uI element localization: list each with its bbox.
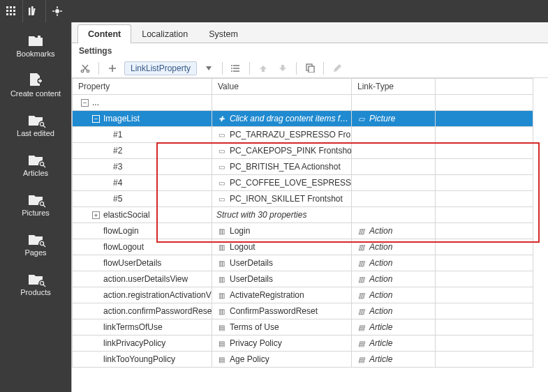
picture-type-icon: ▭ xyxy=(356,114,366,123)
sidebar-item-pages[interactable]: Pages xyxy=(0,225,71,262)
property-grid: Property Value Link-Type −... −ImageList… xyxy=(72,78,533,368)
tab-content[interactable]: Content xyxy=(77,24,131,43)
row-value: PC_BRITISH_TEA Actionshot xyxy=(230,162,341,172)
copy-icon[interactable] xyxy=(302,61,318,76)
table-row[interactable]: −... xyxy=(73,95,533,111)
row-label: #2 xyxy=(113,146,122,156)
tab-localization[interactable]: Localization xyxy=(131,24,198,43)
row-type: Action xyxy=(369,306,392,316)
sidebar-item-create-content[interactable]: Create content xyxy=(0,66,71,103)
tab-system[interactable]: System xyxy=(198,24,249,43)
sidebar-item-last-edited[interactable]: Last edited xyxy=(0,106,71,143)
svg-point-22 xyxy=(231,68,232,69)
svg-rect-25 xyxy=(309,66,314,73)
table-row[interactable]: flowUserDetails▥UserDetails▥Action xyxy=(73,255,533,271)
row-value: PC_CAKEPOPS_PINK Frontshot xyxy=(230,146,352,156)
library-icon[interactable] xyxy=(23,0,45,22)
action-icon: ▥ xyxy=(216,275,226,283)
row-value: PC_TARRAZU_ESPRESSO Front… xyxy=(230,130,352,140)
row-label: linkPrivacyPolicy xyxy=(103,338,165,348)
table-row[interactable]: #1▭PC_TARRAZU_ESPRESSO Front… xyxy=(73,127,533,143)
svg-point-17 xyxy=(40,241,43,245)
row-value: ConfirmPasswordReset xyxy=(230,306,318,316)
sidebar-item-label: Last edited xyxy=(17,129,54,137)
col-spare xyxy=(436,79,533,95)
expand-toggle-icon[interactable]: + xyxy=(92,211,100,219)
row-label: #1 xyxy=(113,130,122,140)
row-label: #3 xyxy=(113,162,122,172)
row-label: action.confirmPasswordReset… xyxy=(103,306,212,316)
row-label: #5 xyxy=(113,194,122,204)
sidebar-item-articles[interactable]: Articles xyxy=(0,146,71,183)
table-row[interactable]: #4▭PC_COFFEE_LOVE_ESPRESSO F… xyxy=(73,175,533,191)
row-value: Logout xyxy=(230,242,256,252)
row-label: action.userDetailsView xyxy=(103,274,188,284)
action-icon: ▥ xyxy=(216,243,226,251)
collapse-toggle-icon[interactable]: − xyxy=(92,115,100,123)
row-type: Action xyxy=(369,290,392,300)
picture-icon: ▭ xyxy=(216,146,226,155)
col-value[interactable]: Value xyxy=(212,79,352,95)
table-row[interactable]: linkTooYoungPolicy▤Age Policy▤Article xyxy=(73,352,533,368)
add-icon[interactable] xyxy=(105,61,120,76)
col-linktype[interactable]: Link-Type xyxy=(352,79,436,95)
table-row[interactable]: action.registrationActivationV…▥Activate… xyxy=(73,287,533,303)
row-type: Action xyxy=(369,274,392,284)
svg-point-16 xyxy=(40,202,43,205)
table-row[interactable]: #3▭PC_BRITISH_TEA Actionshot xyxy=(73,159,533,175)
picture-icon: ▭ xyxy=(216,179,226,187)
table-row[interactable]: #2▭PC_CAKEPOPS_PINK Frontshot xyxy=(73,143,533,159)
table-row[interactable]: action.userDetailsView▥UserDetails▥Actio… xyxy=(73,271,533,287)
row-value: Login xyxy=(230,226,250,236)
svg-rect-9 xyxy=(29,8,31,15)
add-icon[interactable]: ✚ xyxy=(216,114,226,123)
table-row[interactable]: action.confirmPasswordReset…▥ConfirmPass… xyxy=(73,303,533,319)
sidebar-item-label: Create content xyxy=(10,89,61,98)
apps-icon[interactable] xyxy=(0,0,22,22)
sidebar-item-label: Products xyxy=(20,288,50,296)
row-label: flowLogout xyxy=(103,242,144,252)
table-row[interactable]: −ImageList ✚Click and drag content items… xyxy=(73,111,533,127)
table-row[interactable]: linkPrivacyPolicy▤Privacy Policy▤Article xyxy=(73,336,533,352)
row-label: flowUserDetails xyxy=(103,258,161,268)
col-property[interactable]: Property xyxy=(73,79,212,95)
table-row[interactable]: +elasticSocialStruct with 30 properties xyxy=(73,207,533,223)
cut-icon[interactable] xyxy=(77,61,93,76)
row-value: Age Policy xyxy=(230,354,269,364)
article-icon: ▤ xyxy=(216,339,226,347)
action-icon: ▥ xyxy=(216,259,226,267)
row-value: Privacy Policy xyxy=(230,338,282,348)
row-label: linkTermsOfUse xyxy=(103,322,163,332)
section-title: Settings xyxy=(72,43,548,59)
action-type-icon: ▥ xyxy=(356,307,366,315)
tabs: Content Localization System xyxy=(72,22,548,43)
picture-icon: ▭ xyxy=(216,195,226,203)
sidebar-item-pictures[interactable]: Pictures xyxy=(0,186,71,223)
sidebar-item-label: Pictures xyxy=(22,209,50,217)
action-type-icon: ▥ xyxy=(356,243,366,251)
article-icon: ▤ xyxy=(216,323,226,331)
row-label: flowLogin xyxy=(103,226,139,236)
table-row[interactable]: #5▭PC_IRON_SKILLET Frontshot xyxy=(73,191,533,207)
list-icon[interactable] xyxy=(228,61,244,76)
table-row[interactable]: linkTermsOfUse▤Terms of Use▤Article xyxy=(73,319,533,336)
locate-icon[interactable] xyxy=(46,0,68,22)
row-value: UserDetails xyxy=(230,274,273,284)
move-up-icon xyxy=(256,61,271,76)
sidebar-item-products[interactable]: Products xyxy=(0,265,71,302)
svg-rect-2 xyxy=(13,6,15,8)
sidebar-item-bookmarks[interactable]: Bookmarks xyxy=(0,27,71,63)
article-type-icon: ▤ xyxy=(356,339,366,347)
chip-dropdown-icon[interactable] xyxy=(201,61,216,76)
row-type: Article xyxy=(369,322,392,332)
row-value: Terms of Use xyxy=(230,322,279,332)
table-row[interactable]: flowLogin▥Login▥Action xyxy=(73,223,533,239)
collapse-toggle-icon[interactable]: − xyxy=(81,99,89,107)
row-label: ... xyxy=(92,98,99,107)
row-type: Picture xyxy=(369,114,395,123)
property-chip[interactable]: LinkListProperty xyxy=(124,61,197,75)
table-row[interactable]: flowLogout▥Logout▥Action xyxy=(73,239,533,255)
row-type: Article xyxy=(369,354,392,364)
action-icon: ▥ xyxy=(216,291,226,299)
row-value: PC_IRON_SKILLET Frontshot xyxy=(230,194,343,204)
